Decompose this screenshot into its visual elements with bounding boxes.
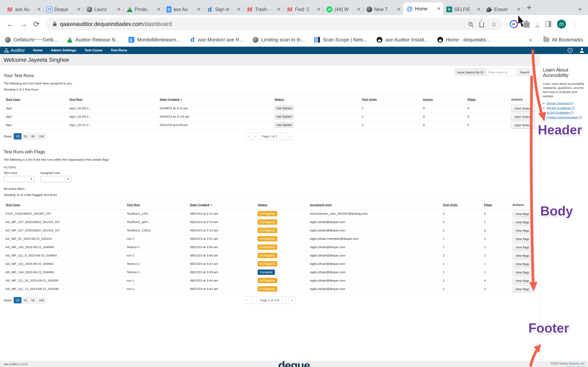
tab-search-chevron-icon[interactable]: ⌄ [578, 4, 583, 11]
tab-close-icon[interactable]: ✕ [277, 7, 281, 12]
pagination-first[interactable]: « [244, 297, 251, 304]
page-size-10[interactable]: 10 [14, 133, 22, 140]
bookmark-item[interactable]: Scan Scope | Nets... [314, 37, 367, 43]
tab-close-icon[interactable]: ✕ [117, 7, 121, 12]
forward-button[interactable]: → [17, 20, 29, 29]
column-header-date-created[interactable]: Date Created▼ [188, 200, 256, 210]
browser-tab-eraser[interactable]: Eraser✕ [483, 4, 523, 15]
browser-tab-selfie[interactable]: GSELFIE✕ [443, 4, 483, 15]
pagination-next[interactable]: › [282, 297, 289, 304]
page-size-50[interactable]: 50 [29, 133, 37, 140]
page-size-100[interactable]: 100 [37, 297, 46, 303]
bookmark-item[interactable]: axe Auditor Install... [377, 37, 428, 43]
column-header-test-case[interactable]: Test Case [3, 95, 67, 104]
bookmark-item[interactable]: Auditor Release N... [67, 37, 119, 43]
column-header-assigned-user[interactable]: Assigned User [308, 200, 441, 210]
tab-close-icon[interactable]: ✕ [37, 7, 41, 12]
browser-tab-axe-au[interactable]: Maxe Au✕ [3, 4, 43, 15]
bookmark-item[interactable]: Monito68releasen... [128, 37, 180, 43]
learn-link-wcag-guidelines[interactable]: WCAG Guidelines [546, 106, 571, 110]
tab-close-icon[interactable]: ✕ [237, 7, 241, 12]
nav-item-admin-settings[interactable]: Admin Settings [51, 48, 76, 52]
browser-tab-fwd-c[interactable]: MFwd: C✕ [283, 4, 323, 15]
bookmark-item[interactable]: Home · dequelabs... [437, 37, 490, 43]
learn-link-deque-university[interactable]: Deque University [546, 101, 570, 105]
column-header-issues[interactable]: Issues [421, 95, 465, 104]
pagination-next[interactable]: › [281, 133, 287, 140]
all-bookmarks-button[interactable]: All Bookmarks [552, 37, 583, 43]
give-feedback-link[interactable]: Give feedback [566, 366, 585, 367]
browser-menu-icon[interactable]: ⋮ [572, 21, 578, 28]
reload-button[interactable]: ⟳ [31, 20, 42, 29]
column-header-test-case[interactable]: Test Case [3, 200, 125, 210]
issue-search-input[interactable] [486, 68, 517, 76]
tab-close-icon[interactable]: ✕ [317, 7, 321, 12]
tab-close-icon[interactable]: ✕ [477, 7, 481, 12]
help-icon[interactable]: ? [568, 48, 572, 53]
view-flags-button[interactable]: View flags [512, 235, 532, 242]
nav-item-test-cases[interactable]: Test Cases [85, 48, 103, 52]
bookmark-item[interactable]: Gefälscht~~~Gefä... [5, 37, 57, 43]
bookmark-item[interactable]: daxe Monitor/ axe R... [189, 37, 243, 43]
browser-tab-sign-in[interactable]: dSign in✕ [203, 4, 243, 15]
column-header-date-created[interactable]: Date Created▼ [158, 95, 272, 104]
page-size-10[interactable]: 10 [14, 297, 22, 303]
browser-tab-deque[interactable]: 22Deque✕ [43, 4, 83, 15]
browser-tab-new-t[interactable]: New T✕ [363, 4, 403, 15]
bookmark-star-icon[interactable]: ☆ [491, 20, 497, 28]
pagination-last[interactable]: » [287, 133, 294, 140]
column-header-test-units[interactable]: Test Units [360, 95, 421, 104]
tab-close-icon[interactable]: ✕ [397, 7, 401, 12]
column-header-status[interactable]: Status [256, 200, 308, 210]
issue-search-button[interactable]: Search [517, 68, 533, 76]
filter-select[interactable]: ▼ [40, 176, 71, 182]
column-header-test-units[interactable]: Test Units [441, 200, 482, 210]
pagination-prev[interactable]: ‹ [252, 133, 258, 140]
back-button[interactable]: ← [4, 20, 16, 29]
view-flags-button[interactable]: View flags [512, 227, 532, 234]
view-flags-button[interactable]: View flags [512, 277, 532, 284]
learn-link-product-documentation[interactable]: Product Documentation [546, 116, 579, 119]
view-flags-button[interactable]: View flags [512, 260, 532, 267]
view-flags-button[interactable]: View flags [512, 244, 532, 250]
new-tab-button[interactable]: + [527, 3, 531, 12]
column-header-flags[interactable]: Flags [465, 95, 509, 104]
view-flags-button[interactable]: View flags [512, 218, 532, 225]
nav-item-test-runs[interactable]: Test Runs [111, 48, 127, 52]
side-panel-icon[interactable] [545, 21, 551, 27]
pagination-last[interactable]: » [289, 297, 295, 304]
tab-close-icon[interactable]: ✕ [517, 7, 521, 12]
browser-tab--44-w[interactable]: 44(44) W✕ [323, 4, 363, 15]
bookmark-item[interactable]: Limiting scan to th... [253, 37, 305, 43]
page-size-25[interactable]: 25 [21, 133, 29, 140]
extensions-puzzle-icon[interactable] [524, 22, 530, 28]
view-flags-button[interactable]: View flags [512, 252, 532, 259]
page-size-100[interactable]: 100 [37, 133, 46, 140]
start-testing-button[interactable]: Start Testing [511, 113, 535, 120]
pagination-first[interactable]: « [246, 133, 252, 140]
tab-close-icon[interactable]: ✕ [197, 7, 201, 12]
downloads-icon[interactable]: ↓ [535, 21, 539, 27]
browser-tab-launc[interactable]: Launc✕ [83, 4, 123, 15]
auditor-brand[interactable]: ax Auditor [4, 48, 25, 53]
tab-close-icon[interactable]: ✕ [157, 7, 161, 12]
address-bar[interactable]: qaaxeauditor.dequeindiadev.com/dashboard… [46, 18, 503, 30]
browser-tab-axe-au[interactable]: axe Au✕ [163, 4, 203, 15]
tab-close-icon[interactable]: ✕ [77, 7, 81, 12]
start-testing-caret-button[interactable]: ▼ [535, 122, 536, 129]
filter-select[interactable]: ▼ [4, 176, 35, 182]
profile-avatar[interactable]: m [557, 20, 566, 29]
tab-close-icon[interactable]: ✕ [357, 7, 361, 12]
browser-tab-home[interactable]: @Home✕ [403, 2, 443, 15]
nav-item-home[interactable]: Home [33, 48, 43, 52]
page-size-25[interactable]: 25 [21, 297, 29, 303]
bookmarks-overflow-chevron[interactable]: » [529, 36, 532, 43]
tab-close-icon[interactable]: ✕ [437, 6, 441, 11]
view-flags-button[interactable]: View flags [512, 269, 532, 276]
learn-link-acaa-guidelines[interactable]: ACAA Guidelines [546, 111, 570, 114]
view-flags-button[interactable]: View flags [512, 285, 532, 292]
view-flags-button[interactable]: View flags [512, 210, 532, 217]
zoom-out-icon[interactable] [469, 22, 473, 26]
pagination-prev[interactable]: ‹ [251, 297, 257, 304]
lock-icon[interactable] [53, 24, 57, 26]
